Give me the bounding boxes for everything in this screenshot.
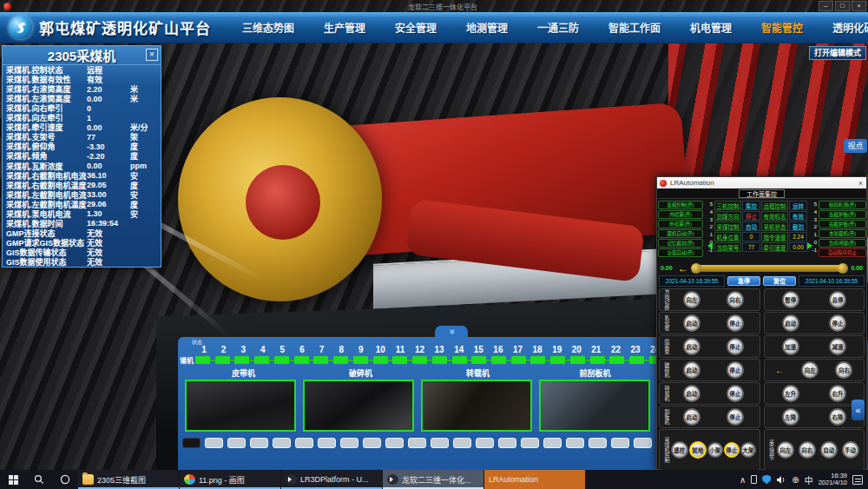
camera-number[interactable]: 21 bbox=[588, 345, 605, 354]
control-button-启动[interactable]: 启动 bbox=[683, 314, 700, 332]
camera-number[interactable]: 13 bbox=[431, 345, 448, 354]
maximize-button[interactable]: □ bbox=[835, 1, 850, 11]
camera-number[interactable]: 12 bbox=[411, 345, 429, 354]
pager-square[interactable] bbox=[476, 438, 494, 448]
control-button-右降[interactable]: 右降 bbox=[829, 408, 846, 426]
nav-item[interactable]: 一通三防 bbox=[537, 20, 579, 35]
mode-button[interactable]: 自动程序停止 bbox=[819, 248, 866, 257]
search-button[interactable] bbox=[26, 470, 52, 489]
control-button-停止[interactable]: 停止 bbox=[829, 314, 846, 332]
control-button-大架[interactable]: 大架 bbox=[740, 442, 756, 458]
control-button-暂停[interactable]: 暂停 bbox=[782, 291, 799, 308]
camera-number[interactable]: 19 bbox=[549, 345, 566, 354]
camera-number[interactable]: 14 bbox=[450, 345, 468, 354]
hidden-icons-caret[interactable]: ∧ bbox=[740, 475, 746, 485]
control-button-小架[interactable]: 小架 bbox=[707, 442, 723, 458]
camera-number[interactable]: 8 bbox=[332, 345, 350, 354]
camera-thumbnail[interactable] bbox=[303, 380, 414, 432]
camera-thumbnail[interactable] bbox=[421, 380, 532, 432]
reset-button[interactable]: 复位 bbox=[763, 276, 796, 286]
taskbar-app[interactable]: LRAutomation bbox=[484, 470, 585, 489]
pager-square[interactable] bbox=[498, 438, 516, 448]
camera-number[interactable]: 20 bbox=[568, 345, 585, 354]
pager-square[interactable] bbox=[340, 438, 358, 448]
defender-shield-icon[interactable] bbox=[762, 475, 771, 485]
camera-thumbnail[interactable] bbox=[185, 380, 296, 432]
panel-close-icon[interactable]: × bbox=[146, 49, 158, 61]
control-button-左升[interactable]: 左升 bbox=[782, 385, 799, 402]
control-button-停止[interactable]: 停止 bbox=[727, 361, 744, 379]
collapse-window-button[interactable]: « bbox=[852, 400, 865, 420]
nav-item[interactable]: 地测管理 bbox=[466, 20, 508, 35]
open-edit-mode-button[interactable]: 打开编辑模式 bbox=[809, 46, 866, 60]
control-button-左降[interactable]: 左降 bbox=[782, 408, 799, 426]
pager-square[interactable] bbox=[543, 438, 562, 448]
control-button-就地[interactable]: 就地 bbox=[689, 441, 707, 459]
control-button-遥控[interactable]: 遥控 bbox=[671, 441, 688, 459]
viewpoint-tag[interactable]: 视点 bbox=[844, 139, 867, 153]
nav-item[interactable]: 生产管理 bbox=[324, 20, 365, 35]
task-view-button[interactable] bbox=[52, 470, 78, 489]
control-button-右升[interactable]: 右升 bbox=[829, 385, 846, 402]
mode-button[interactable]: 急停闭锁(开) bbox=[819, 239, 866, 248]
taskbar-app[interactable]: 2305三维截图 bbox=[78, 470, 179, 489]
camera-number[interactable]: 4 bbox=[254, 345, 272, 354]
camera-number[interactable]: 15 bbox=[470, 345, 487, 354]
control-button-加速[interactable]: 加速 bbox=[782, 338, 799, 355]
pager-square[interactable] bbox=[566, 438, 584, 448]
camera-number[interactable]: 7 bbox=[313, 345, 331, 354]
pager-square[interactable] bbox=[589, 438, 607, 448]
camera-number[interactable]: 3 bbox=[234, 345, 252, 354]
pager-square[interactable] bbox=[227, 438, 246, 448]
camera-number[interactable]: 16 bbox=[490, 345, 507, 354]
control-button-停止[interactable]: 停止 bbox=[724, 442, 740, 458]
mode-button[interactable]: 跟机自动(开) bbox=[658, 229, 703, 238]
control-button-启动[interactable]: 启动 bbox=[683, 338, 700, 355]
mode-button[interactable]: 变频控制(开) bbox=[658, 201, 703, 209]
usb-device-icon[interactable] bbox=[751, 475, 757, 484]
camera-number[interactable]: 11 bbox=[391, 345, 409, 354]
mode-button[interactable]: 俯仰检测(开) bbox=[819, 201, 866, 209]
camera-number[interactable]: 22 bbox=[607, 345, 624, 354]
mode-button[interactable]: 全面自动(开) bbox=[658, 248, 703, 257]
control-button-向右[interactable]: 向右 bbox=[835, 361, 852, 379]
control-button-停止[interactable]: 停止 bbox=[727, 385, 744, 402]
pager-square[interactable] bbox=[611, 438, 629, 448]
control-button-减速[interactable]: 减速 bbox=[829, 338, 846, 355]
pager-square[interactable] bbox=[205, 438, 223, 448]
ime-indicator[interactable]: 中 bbox=[805, 473, 813, 486]
camera-number[interactable]: 1 bbox=[195, 345, 213, 354]
minimize-button[interactable]: – bbox=[819, 1, 833, 11]
pager-square[interactable] bbox=[634, 438, 652, 448]
taskbar-app[interactable]: 龙软二三维一体化... bbox=[383, 470, 483, 489]
camera-number[interactable]: 9 bbox=[352, 345, 370, 354]
pager-square[interactable] bbox=[385, 438, 404, 448]
nav-item[interactable]: 机电管理 bbox=[690, 20, 732, 35]
pager-square[interactable] bbox=[273, 438, 291, 448]
pager-square[interactable] bbox=[363, 438, 381, 448]
start-button[interactable] bbox=[0, 470, 26, 489]
control-button-停止[interactable]: 停止 bbox=[727, 314, 744, 332]
mode-button[interactable]: 外喷雾(开) bbox=[658, 220, 703, 228]
camera-number[interactable]: 5 bbox=[273, 345, 291, 354]
nav-item[interactable]: 智能管控 bbox=[761, 20, 803, 35]
control-button-自动[interactable]: 自动 bbox=[820, 441, 838, 459]
pager-square[interactable] bbox=[408, 438, 426, 448]
camera-number[interactable]: 18 bbox=[529, 345, 546, 354]
camera-number[interactable]: 17 bbox=[510, 345, 527, 354]
pager-square[interactable] bbox=[521, 438, 539, 448]
control-button-向左[interactable]: 向左 bbox=[777, 441, 794, 459]
camera-number[interactable]: 2 bbox=[215, 345, 233, 354]
nav-item[interactable]: 安全管理 bbox=[395, 20, 437, 35]
control-button-总停[interactable]: 总停 bbox=[829, 291, 846, 308]
lra-close-icon[interactable]: × bbox=[858, 179, 863, 188]
close-button[interactable]: × bbox=[852, 1, 866, 11]
collapse-panel-button[interactable]: « bbox=[435, 326, 468, 337]
mode-button[interactable]: 右截护板(开) bbox=[819, 220, 866, 228]
pager-square[interactable] bbox=[250, 438, 268, 448]
pager-square[interactable] bbox=[318, 438, 336, 448]
control-button-启动[interactable]: 启动 bbox=[683, 361, 700, 379]
network-icon[interactable]: ⊕ bbox=[792, 475, 799, 485]
pager-square[interactable] bbox=[182, 438, 201, 448]
action-center-icon[interactable] bbox=[852, 475, 863, 485]
